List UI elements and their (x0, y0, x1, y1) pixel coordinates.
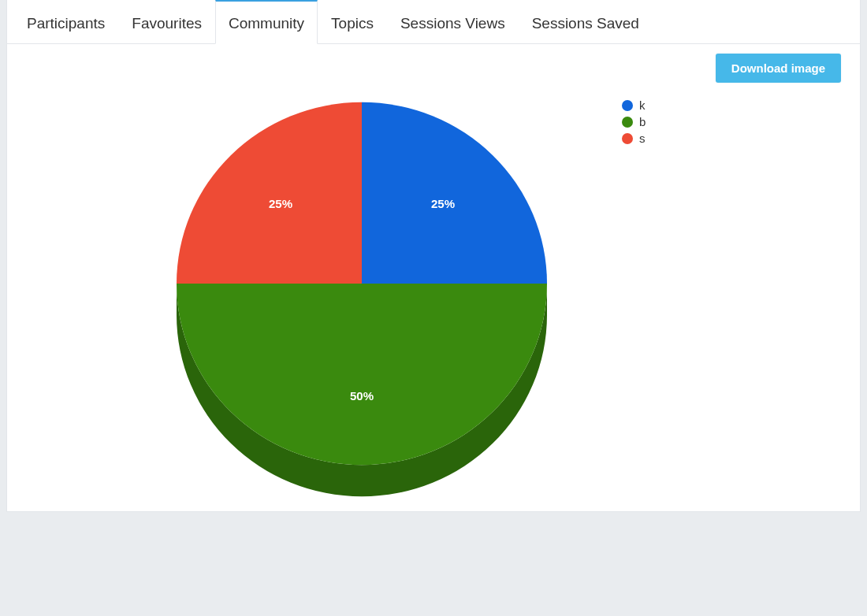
legend-item-s[interactable]: s (622, 132, 646, 145)
pie-slice-k[interactable] (362, 102, 547, 284)
legend-label: k (639, 98, 646, 112)
chart-area: 25%50%25% k b s (7, 83, 860, 508)
pie-slice-s[interactable] (177, 102, 362, 284)
tab-community[interactable]: Community (215, 0, 318, 44)
legend-label: b (639, 115, 646, 128)
download-image-button[interactable]: Download image (716, 54, 841, 83)
pie-chart: 25%50%25% (7, 83, 858, 508)
panel: Participants Favourites Community Topics… (6, 0, 861, 512)
toolbar: Download image (7, 44, 860, 83)
pie-slice-label-k: 25% (431, 197, 455, 210)
legend-swatch-icon (622, 117, 633, 128)
legend-item-b[interactable]: b (622, 115, 646, 128)
legend-swatch-icon (622, 100, 633, 111)
tab-participants[interactable]: Participants (13, 0, 118, 44)
legend-label: s (639, 132, 646, 145)
legend-item-k[interactable]: k (622, 98, 646, 112)
tab-favourites[interactable]: Favourites (118, 0, 215, 44)
pie-slice-label-s: 25% (269, 197, 292, 210)
legend: k b s (622, 98, 646, 148)
legend-swatch-icon (622, 133, 633, 144)
tab-sessions-views[interactable]: Sessions Views (387, 0, 519, 44)
pie-slice-label-b: 50% (350, 389, 374, 403)
tabs: Participants Favourites Community Topics… (7, 0, 860, 44)
tab-sessions-saved[interactable]: Sessions Saved (519, 0, 653, 44)
tab-topics[interactable]: Topics (318, 0, 387, 44)
